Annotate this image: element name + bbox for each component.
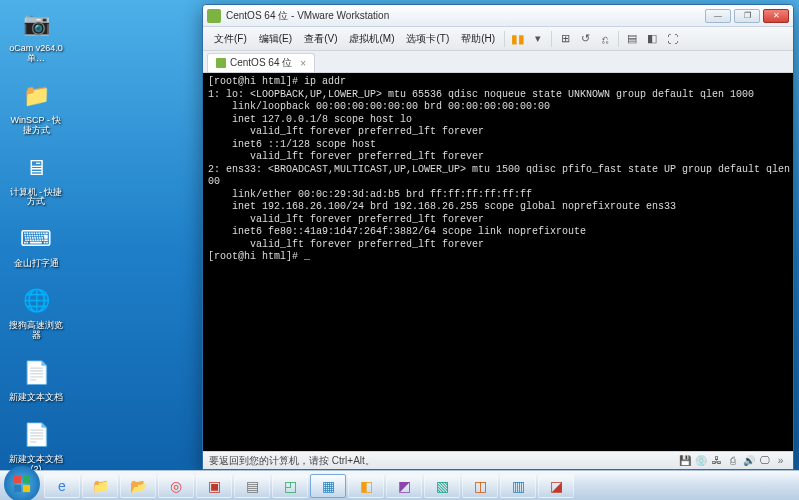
svg-rect-1 — [23, 476, 30, 483]
start-button[interactable] — [4, 466, 40, 500]
window-title: CentOS 64 位 - VMware Workstation — [226, 9, 705, 23]
snapshot-icon[interactable]: ⊞ — [556, 30, 574, 48]
desktop-icon-2[interactable]: 🖥计算机 - 快捷方式 — [8, 150, 64, 208]
menu-view[interactable]: 查看(V) — [299, 30, 342, 48]
menu-vm[interactable]: 虚拟机(M) — [344, 30, 399, 48]
icon-label: oCam v264.0单… — [8, 44, 64, 64]
taskbar: e📁📂◎▣▤◰▦◧◩▧◫▥◪ — [0, 470, 799, 500]
revert-icon[interactable]: ↺ — [576, 30, 594, 48]
status-text: 要返回到您的计算机，请按 Ctrl+Alt。 — [209, 454, 375, 468]
device-more-icon[interactable]: » — [774, 454, 787, 467]
menu-tabs[interactable]: 选项卡(T) — [401, 30, 454, 48]
app-icon: 📄 — [18, 355, 54, 391]
fullscreen-icon[interactable]: ⛶ — [663, 30, 681, 48]
taskbar-app3[interactable]: ◰ — [272, 474, 308, 498]
desktop-icon-3[interactable]: ⌨金山打字通 — [8, 221, 64, 269]
tab-label: CentOS 64 位 — [230, 56, 292, 70]
tab-centos[interactable]: CentOS 64 位 × — [207, 53, 315, 72]
thumb-icon[interactable]: ▤ — [623, 30, 641, 48]
app-icon: 🖥 — [18, 150, 54, 186]
centos-icon — [216, 58, 226, 68]
taskbar-app7[interactable]: ◫ — [462, 474, 498, 498]
svg-rect-2 — [14, 485, 21, 492]
taskbar-app2[interactable]: ▤ — [234, 474, 270, 498]
close-button[interactable]: ✕ — [763, 9, 789, 23]
svg-rect-3 — [23, 485, 30, 492]
taskbar-ie[interactable]: e — [44, 474, 80, 498]
app-icon: 🌐 — [18, 283, 54, 319]
titlebar[interactable]: CentOS 64 位 - VMware Workstation — ❐ ✕ — [203, 5, 793, 27]
taskbar-app1[interactable]: ▣ — [196, 474, 232, 498]
menu-help[interactable]: 帮助(H) — [456, 30, 500, 48]
taskbar-app6[interactable]: ▧ — [424, 474, 460, 498]
device-hdd-icon[interactable]: 💾 — [678, 454, 691, 467]
device-cd-icon[interactable]: 💿 — [694, 454, 707, 467]
desktop: 📷oCam v264.0单…📁WinSCP - 快捷方式🖥计算机 - 快捷方式⌨… — [0, 0, 799, 500]
desktop-icon-5[interactable]: 📄新建文本文档 — [8, 355, 64, 403]
menubar: 文件(F) 编辑(E) 查看(V) 虚拟机(M) 选项卡(T) 帮助(H) ▮▮… — [203, 27, 793, 51]
device-sound-icon[interactable]: 🔊 — [742, 454, 755, 467]
menu-file[interactable]: 文件(F) — [209, 30, 252, 48]
svg-rect-0 — [14, 476, 21, 483]
minimize-button[interactable]: — — [705, 9, 731, 23]
tabbar: CentOS 64 位 × — [203, 51, 793, 73]
icon-label: 计算机 - 快捷方式 — [8, 188, 64, 208]
taskbar-app4[interactable]: ◧ — [348, 474, 384, 498]
taskbar-explorer[interactable]: 📁 — [82, 474, 118, 498]
statusbar: 要返回到您的计算机，请按 Ctrl+Alt。 💾 💿 🖧 ⎙ 🔊 🖵 » — [203, 451, 793, 469]
vmware-window: CentOS 64 位 - VMware Workstation — ❐ ✕ 文… — [202, 4, 794, 470]
desktop-icon-1[interactable]: 📁WinSCP - 快捷方式 — [8, 78, 64, 136]
taskbar-app9[interactable]: ◪ — [538, 474, 574, 498]
icon-label: WinSCP - 快捷方式 — [8, 116, 64, 136]
dropdown-icon[interactable]: ▾ — [529, 30, 547, 48]
app-icon: ⌨ — [18, 221, 54, 257]
vmware-icon — [207, 9, 221, 23]
icon-label: 金山打字通 — [14, 259, 59, 269]
app-icon: 📷 — [18, 6, 54, 42]
unity-icon[interactable]: ◧ — [643, 30, 661, 48]
taskbar-app5[interactable]: ◩ — [386, 474, 422, 498]
device-display-icon[interactable]: 🖵 — [758, 454, 771, 467]
icon-label: 搜狗高速浏览器 — [8, 321, 64, 341]
taskbar-folder[interactable]: 📂 — [120, 474, 156, 498]
menu-edit[interactable]: 编辑(E) — [254, 30, 297, 48]
desktop-icon-0[interactable]: 📷oCam v264.0单… — [8, 6, 64, 64]
terminal[interactable]: [root@hi html]# ip addr 1: lo: <LOOPBACK… — [203, 73, 793, 451]
taskbar-vmware[interactable]: ▦ — [310, 474, 346, 498]
manage-icon[interactable]: ⎌ — [596, 30, 614, 48]
device-usb-icon[interactable]: ⎙ — [726, 454, 739, 467]
device-net-icon[interactable]: 🖧 — [710, 454, 723, 467]
desktop-icon-4[interactable]: 🌐搜狗高速浏览器 — [8, 283, 64, 341]
tab-close-icon[interactable]: × — [300, 58, 306, 69]
taskbar-chrome[interactable]: ◎ — [158, 474, 194, 498]
icon-label: 新建文本文档 — [9, 393, 63, 403]
app-icon: 📄 — [18, 417, 54, 453]
app-icon: 📁 — [18, 78, 54, 114]
maximize-button[interactable]: ❐ — [734, 9, 760, 23]
taskbar-app8[interactable]: ▥ — [500, 474, 536, 498]
pause-icon[interactable]: ▮▮ — [509, 30, 527, 48]
